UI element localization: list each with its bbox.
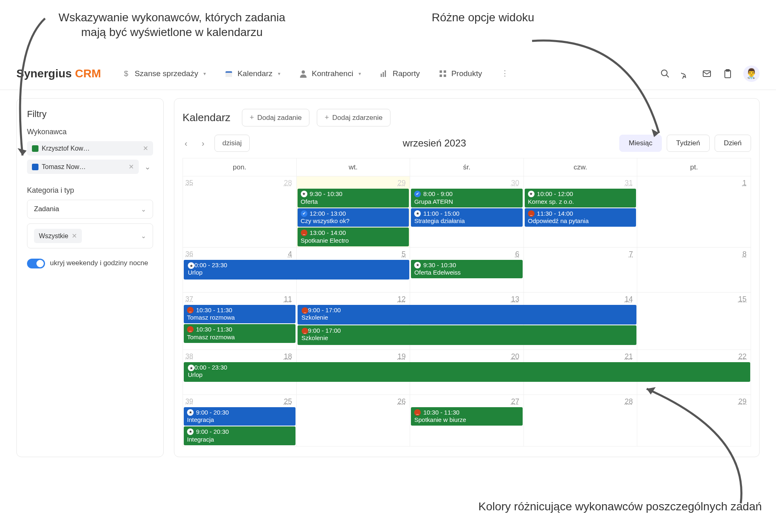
calendar-event[interactable]: ⎯10:30 - 11:30Tomasz rozmowa bbox=[184, 305, 296, 324]
calendar-event[interactable]: ⎯13:00 - 14:00Spotkanie Electro bbox=[298, 228, 409, 246]
event-type-icon: ★ bbox=[187, 428, 194, 435]
calendar-cell[interactable]: 1 bbox=[637, 176, 751, 248]
swatch-icon bbox=[32, 164, 38, 170]
typ-dropdown[interactable]: Wszystkie ✕ ⌄ bbox=[27, 223, 153, 248]
calendar-grid: pon.wt.śr.czw.pt. 352829★9:30 - 10:30Ofe… bbox=[183, 158, 751, 446]
calendar-cell[interactable]: 31★10:00 - 12:00Kornex sp. z o.o.⎯11:30 … bbox=[524, 176, 638, 248]
week-number: 37 bbox=[185, 295, 193, 303]
nav-kalendarz[interactable]: Kalendarz▾ bbox=[224, 69, 280, 78]
calendar-cell[interactable]: 3925★9:00 - 20:30Integracja★9:00 - 20:30… bbox=[183, 395, 297, 446]
calendar-event[interactable]: ★0:00 - 23:30Urlop bbox=[184, 260, 409, 280]
swatch-icon bbox=[32, 145, 38, 152]
svg-rect-4 bbox=[383, 72, 384, 77]
wykonawca-chip-0[interactable]: Krzysztof Kow… ✕ bbox=[27, 141, 153, 156]
calendar-cell[interactable]: 30✔8:00 - 9:00Grupa ATERN★11:00 - 15:00S… bbox=[410, 176, 524, 248]
calendar-event[interactable]: ⎯9:00 - 17:00Szkolenie bbox=[298, 325, 637, 345]
avatar[interactable]: 👨‍⚕️ bbox=[743, 65, 760, 82]
chevron-down-icon: ▾ bbox=[278, 71, 280, 77]
event-type-icon: ★ bbox=[301, 191, 307, 197]
day-number: 22 bbox=[738, 352, 747, 361]
calendar-event[interactable]: ★10:00 - 12:00Kornex sp. z o.o. bbox=[525, 189, 636, 207]
nav-produkty[interactable]: Produkty bbox=[438, 69, 482, 78]
calendar-cell[interactable]: 3528 bbox=[183, 176, 297, 248]
day-number: 11 bbox=[284, 295, 292, 304]
calendar-event[interactable]: ⎯10:30 - 11:30Spotkanie w biurze bbox=[411, 407, 523, 426]
mail-icon[interactable] bbox=[702, 68, 712, 79]
day-number: 4 bbox=[288, 250, 292, 259]
chevron-down-icon[interactable]: ⌄ bbox=[142, 162, 153, 171]
kategoria-dropdown[interactable]: Zadania ⌄ bbox=[27, 200, 153, 219]
add-event-button[interactable]: +Dodaj zdarzenie bbox=[317, 109, 390, 126]
calendar-cell[interactable]: 29 bbox=[637, 395, 751, 446]
calendar-event[interactable]: ★9:00 - 20:30Integracja bbox=[184, 426, 296, 445]
event-type-icon: ⎯ bbox=[414, 409, 421, 416]
filters-panel: Filtry Wykonawca Krzysztof Kow… ✕ Tomasz… bbox=[16, 98, 164, 457]
calendar-event[interactable]: ⎯10:30 - 11:30Tomasz rozmowa bbox=[184, 324, 296, 343]
week-number: 39 bbox=[185, 397, 193, 406]
nav-raporty[interactable]: Raporty bbox=[379, 69, 420, 78]
day-number: 7 bbox=[629, 250, 633, 259]
day-header: śr. bbox=[410, 158, 524, 176]
chat-icon[interactable] bbox=[681, 68, 691, 79]
nav-kontrahenci[interactable]: Kontrahenci▾ bbox=[299, 69, 361, 78]
nav-more[interactable]: ⋮ bbox=[501, 69, 510, 78]
search-icon[interactable] bbox=[660, 68, 670, 79]
annotation-top-right: Różne opcje widoku bbox=[426, 10, 540, 25]
close-icon[interactable]: ✕ bbox=[129, 163, 134, 171]
today-button[interactable]: dzisiaj bbox=[214, 135, 249, 152]
calendar-event[interactable]: ★9:00 - 20:30Integracja bbox=[184, 407, 296, 426]
calendar-event[interactable]: ★9:30 - 10:30Oferta bbox=[298, 189, 409, 207]
calendar-event[interactable]: ★11:00 - 15:00Strategia działania bbox=[411, 208, 523, 227]
close-icon[interactable]: ✕ bbox=[143, 144, 148, 152]
calendar-event[interactable]: ★0:00 - 23:30Urlop bbox=[184, 362, 750, 382]
calendar-row: 3925★9:00 - 20:30Integracja★9:00 - 20:30… bbox=[183, 395, 751, 446]
calendar-event[interactable]: ✔12:00 - 13:00Czy wszystko ok? bbox=[298, 208, 409, 227]
calendar-row: ★0:00 - 23:30Urlop36456★9:30 - 10:30Ofer… bbox=[183, 248, 751, 293]
day-number: 20 bbox=[511, 352, 519, 361]
next-button[interactable]: › bbox=[200, 137, 207, 150]
prev-button[interactable]: ‹ bbox=[183, 137, 189, 150]
calendar-event[interactable]: ⎯11:30 - 14:00Odpowiedź na pytania bbox=[525, 208, 636, 227]
calendar-event[interactable]: ★9:30 - 10:30Oferta Edelweiss bbox=[411, 260, 523, 279]
close-icon[interactable]: ✕ bbox=[72, 232, 77, 240]
calendar-cell[interactable]: 28 bbox=[524, 395, 638, 446]
main-nav: $Szanse sprzedaży▾ Kalendarz▾ Kontrahenc… bbox=[122, 69, 660, 78]
calendar-event[interactable]: ✔8:00 - 9:00Grupa ATERN bbox=[411, 189, 523, 207]
content: Filtry Wykonawca Krzysztof Kow… ✕ Tomasz… bbox=[0, 98, 776, 457]
day-number: 5 bbox=[402, 250, 406, 259]
calendar-cell[interactable]: 7 bbox=[524, 248, 638, 293]
svg-rect-6 bbox=[440, 70, 442, 73]
nav-szanse[interactable]: $Szanse sprzedaży▾ bbox=[122, 69, 206, 78]
view-month-button[interactable]: Miesiąc bbox=[619, 135, 662, 152]
more-icon: ⋮ bbox=[501, 69, 510, 78]
event-type-icon: ★ bbox=[188, 365, 194, 371]
day-header: wt. bbox=[297, 158, 411, 176]
calendar-cell[interactable]: 8 bbox=[637, 248, 751, 293]
view-day-button[interactable]: Dzień bbox=[715, 135, 751, 152]
calendar-panel: Kalendarz +Dodaj zadanie +Dodaj zdarzeni… bbox=[174, 98, 760, 457]
calendar-cell[interactable]: 15 bbox=[637, 293, 751, 350]
calendar-cell[interactable]: 26 bbox=[297, 395, 411, 446]
calendar-cell[interactable]: 29★9:30 - 10:30Oferta✔12:00 - 13:00Czy w… bbox=[297, 176, 411, 248]
calendar-cell[interactable]: 3711⎯10:30 - 11:30Tomasz rozmowa⎯10:30 -… bbox=[183, 293, 297, 350]
day-number: 30 bbox=[511, 179, 519, 187]
wykonawca-label: Wykonawca bbox=[27, 128, 153, 136]
svg-rect-9 bbox=[444, 74, 446, 77]
calendar-row: 3711⎯10:30 - 11:30Tomasz rozmowa⎯10:30 -… bbox=[183, 293, 751, 350]
hide-weekends-toggle[interactable] bbox=[27, 259, 45, 268]
clipboard-icon[interactable] bbox=[722, 68, 733, 79]
brand: Synergius CRM bbox=[16, 67, 101, 80]
topbar-actions: 👨‍⚕️ bbox=[660, 65, 760, 82]
add-task-button[interactable]: +Dodaj zadanie bbox=[242, 109, 309, 126]
view-week-button[interactable]: Tydzień bbox=[667, 135, 710, 152]
wykonawca-chip-1[interactable]: Tomasz Now… ✕ bbox=[27, 160, 139, 174]
calendar-event[interactable]: ⎯9:00 - 17:00Szkolenie bbox=[298, 305, 637, 325]
calendar-cell[interactable]: 27⎯10:30 - 11:30Spotkanie w biurze bbox=[410, 395, 524, 446]
day-header: pon. bbox=[183, 158, 297, 176]
day-number: 1 bbox=[742, 179, 747, 187]
day-number: 6 bbox=[515, 250, 519, 259]
calendar-cell[interactable]: 6★9:30 - 10:30Oferta Edelweiss bbox=[410, 248, 524, 293]
chevron-down-icon: ⌄ bbox=[141, 232, 146, 240]
annotation-top-left: Wskazywanie wykonawców, których zadania … bbox=[45, 10, 299, 40]
day-number: 28 bbox=[625, 397, 633, 406]
